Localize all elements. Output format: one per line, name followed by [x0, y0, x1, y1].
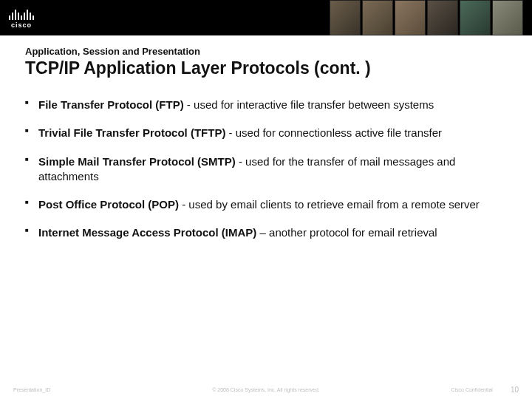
- bullet-item: Post Office Protocol (POP) - used by ema…: [25, 197, 507, 212]
- slide: cisco Application, Session and Presentat…: [0, 0, 532, 399]
- bullet-item: Internet Message Access Protocol (IMAP) …: [25, 225, 507, 240]
- bullet-bold: Trivial File Transfer Protocol (TFTP): [38, 126, 225, 139]
- slide-title: TCP/IP Application Layer Protocols (cont…: [25, 58, 507, 78]
- footer-copyright: © 2008 Cisco Systems, Inc. All rights re…: [212, 387, 320, 392]
- bullet-list: File Transfer Protocol (FTP) - used for …: [25, 98, 507, 241]
- header-photo: [427, 0, 458, 35]
- slide-content: File Transfer Protocol (FTP) - used for …: [0, 84, 532, 399]
- header-photo: [460, 0, 491, 35]
- header-photo: [362, 0, 393, 35]
- header-photo: [330, 0, 361, 35]
- cisco-logo-text: cisco: [11, 21, 32, 29]
- header-photo: [395, 0, 426, 35]
- footer-confidential: Cisco Confidential: [451, 387, 492, 392]
- footer-presentation-id: Presentation_ID: [13, 387, 50, 392]
- bullet-item: Simple Mail Transfer Protocol (SMTP) - u…: [25, 154, 507, 185]
- bullet-bold: Post Office Protocol (POP): [38, 198, 179, 211]
- bullet-item: Trivial File Transfer Protocol (TFTP) - …: [25, 126, 507, 140]
- bullet-bold: Internet Message Access Protocol (IMAP): [38, 226, 256, 239]
- bullet-bold: Simple Mail Transfer Protocol (SMTP): [38, 155, 236, 168]
- header-block: Application, Session and Presentation TC…: [0, 35, 532, 84]
- header-photo-strip: [328, 0, 523, 35]
- bullet-text: – another protocol for email retrieval: [256, 226, 437, 239]
- bullet-text: - used for interactive file transfer bet…: [184, 98, 434, 111]
- bullet-bold: File Transfer Protocol (FTP): [38, 98, 184, 111]
- top-bar: cisco: [0, 0, 532, 35]
- footer-page-number: 10: [511, 386, 519, 394]
- cisco-logo-icon: [9, 7, 34, 20]
- slide-footer: Presentation_ID © 2008 Cisco Systems, In…: [0, 383, 532, 399]
- cisco-logo: cisco: [9, 7, 34, 29]
- bullet-text: - used for connectionless active file tr…: [225, 126, 442, 139]
- bullet-text: - used by email clients to retrieve emai…: [179, 198, 480, 211]
- header-photo: [492, 0, 523, 35]
- slide-pretitle: Application, Session and Presentation: [25, 46, 507, 57]
- bullet-item: File Transfer Protocol (FTP) - used for …: [25, 98, 507, 112]
- footer-right: Cisco Confidential 10: [451, 386, 519, 394]
